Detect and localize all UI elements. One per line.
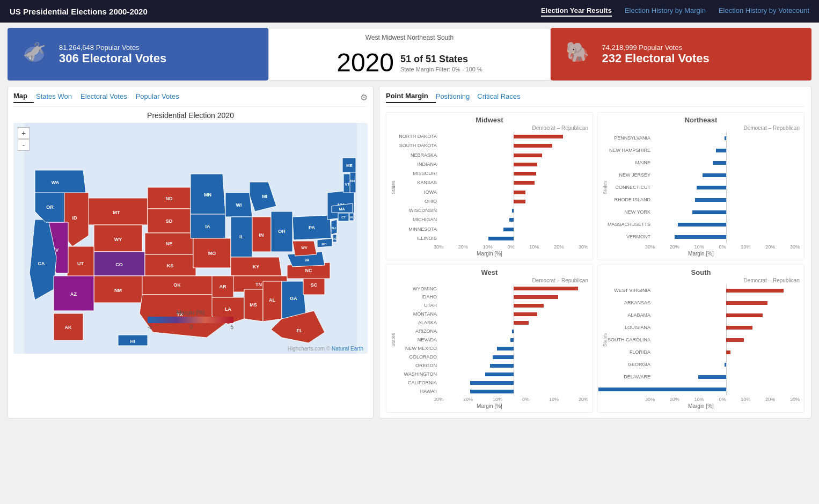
- legend-label: Margin [%]: [148, 309, 233, 316]
- chart-bars-area-2: [439, 284, 588, 396]
- chart-state-label: NEVADA: [396, 337, 437, 343]
- x-tick: 30%: [790, 244, 800, 250]
- svg-text:PA: PA: [309, 225, 315, 230]
- chart-bar-row: [439, 295, 588, 300]
- chart-region-title-1: Northeast: [602, 116, 800, 124]
- rep-info: 74,218,999 Popular Votes 232 Electoral V…: [602, 43, 801, 65]
- chart-bar-row: [439, 190, 588, 195]
- chart-state-label: SOUTH DAKOTA: [396, 143, 437, 149]
- chart-y-axis-title-3: States: [602, 284, 608, 396]
- center-margin-filter: State Margin Filter: 0% - 100 %: [400, 66, 482, 72]
- chart-bar-row: [653, 148, 800, 153]
- rep-bar: [726, 326, 752, 330]
- nav-links: Election Year Results Election History b…: [541, 6, 809, 17]
- dem-bar: [695, 198, 726, 202]
- x-tick: 0%: [507, 244, 514, 250]
- zoom-out-button[interactable]: -: [18, 139, 30, 151]
- dem-popular-votes: 81,264,648 Popular Votes: [59, 43, 258, 52]
- chart-bar-row: [653, 362, 800, 367]
- chart-bar-row: [653, 350, 800, 355]
- tab-map[interactable]: Map: [13, 92, 34, 103]
- chart-state-label: VERMONT: [608, 234, 650, 240]
- nav-election-history-margin[interactable]: Election History by Margin: [625, 6, 706, 17]
- x-tick: 20%: [765, 397, 775, 402]
- natural-earth-link[interactable]: Natural Earth: [332, 346, 363, 352]
- chart-x-axis-3: 30%20%10%0%10%20%30%: [602, 397, 800, 402]
- svg-text:IN: IN: [259, 232, 264, 238]
- svg-text:WY: WY: [114, 237, 122, 242]
- dem-bar: [703, 173, 726, 177]
- tab-electoral-votes[interactable]: Electoral Votes: [81, 92, 134, 103]
- tab-states-won[interactable]: States Won: [36, 92, 78, 103]
- x-tick: 20%: [458, 244, 468, 250]
- state-wa: [35, 170, 86, 193]
- legend-ticks: -5 0 5: [148, 324, 233, 330]
- chart-bar-row: [439, 329, 588, 334]
- elephant-icon: 🐘: [561, 38, 594, 71]
- gear-icon[interactable]: ⚙: [360, 92, 368, 103]
- chart-bar-row: [439, 320, 588, 325]
- chart-state-label: ARKANSAS: [608, 300, 650, 306]
- chart-x-axis-2: 30%20%10%0%10%20%: [391, 397, 588, 402]
- chart-bar-row: [439, 162, 588, 167]
- svg-text:WA: WA: [52, 180, 60, 185]
- chart-bar-row: [439, 389, 588, 394]
- center-states: 51 of 51 States: [400, 54, 482, 65]
- rep-bar: [514, 144, 552, 148]
- map-title: Presidential Election 2020: [13, 111, 368, 120]
- app-title: US Presidential Elections 2000-2020: [10, 7, 541, 16]
- chart-state-label: LOUISIANA: [608, 325, 650, 331]
- dem-bar: [485, 372, 514, 376]
- svg-text:CA: CA: [38, 261, 45, 266]
- svg-text:MO: MO: [208, 251, 216, 256]
- rep-bar: [514, 172, 536, 176]
- chart-bar-row: [439, 217, 588, 222]
- chart-region-title-2: West: [391, 268, 588, 276]
- nav-election-history-votecount[interactable]: Election History by Votecount: [719, 6, 809, 17]
- chart-x-axis-1: 30%20%10%0%10%20%30%: [602, 244, 800, 250]
- nav-election-year[interactable]: Election Year Results: [541, 6, 612, 17]
- tab-point-margin[interactable]: Point Margin: [386, 92, 436, 103]
- svg-text:KS: KS: [167, 263, 174, 268]
- dem-bar: [598, 388, 726, 391]
- chart-state-label: NEW YORK: [608, 209, 650, 215]
- dem-bar: [512, 209, 514, 213]
- chart-state-label: MISSOURI: [396, 171, 437, 177]
- svg-text:FL: FL: [297, 328, 303, 333]
- chart-y-labels-3: WEST VIRGINIAARKANSASALABAMALOUISIANASOU…: [608, 284, 653, 396]
- rep-bar: [726, 338, 744, 342]
- chart-bar-row: [653, 160, 800, 165]
- tab-positioning[interactable]: Positioning: [436, 92, 478, 103]
- chart-container-2: StatesWYOMINGIDAHOUTAHMONTANAALASKAARIZO…: [391, 284, 588, 396]
- top-nav: US Presidential Elections 2000-2020 Elec…: [0, 0, 819, 23]
- dem-bar: [697, 186, 726, 189]
- chart-bar-row: [653, 185, 800, 190]
- tab-popular-votes[interactable]: Popular Votes: [136, 92, 186, 103]
- zoom-in-button[interactable]: +: [18, 127, 30, 139]
- tab-critical-races[interactable]: Critical Races: [477, 92, 528, 103]
- dem-bar: [713, 161, 726, 165]
- x-tick: 30%: [434, 244, 443, 250]
- svg-text:🫏: 🫏: [23, 40, 47, 63]
- x-tick: 20%: [579, 397, 588, 402]
- svg-text:SC: SC: [311, 282, 318, 288]
- chart-panel-northeast: NortheastDemocrat – RepublicanStatesPENN…: [597, 112, 805, 260]
- chart-bar-row: [439, 312, 588, 317]
- chart-bar-row: [653, 210, 800, 215]
- chart-state-label: GEORGIA: [608, 362, 650, 368]
- chart-bar-row: [653, 313, 800, 318]
- chart-x-title-0: Margin [%]: [391, 251, 588, 257]
- svg-text:CO: CO: [115, 262, 123, 267]
- chart-bars-area-3: [653, 284, 800, 396]
- dem-bar: [716, 149, 726, 152]
- chart-region-title-3: South: [602, 268, 800, 276]
- map-legend: Margin [%] -5 0 5: [148, 309, 233, 330]
- x-tick: 30%: [645, 244, 655, 250]
- dem-electoral-votes: 306 Electoral Votes: [59, 52, 258, 65]
- dem-summary-card: 🫏 81,264,648 Popular Votes 306 Electoral…: [8, 28, 268, 81]
- x-tick: 10%: [493, 397, 502, 402]
- x-tick: 30%: [645, 397, 655, 402]
- dem-bar: [470, 381, 514, 385]
- chart-panel-midwest: MidwestDemocrat – RepublicanStatesNORTH …: [386, 112, 593, 260]
- main-content: Map States Won Electoral Votes Popular V…: [0, 86, 819, 424]
